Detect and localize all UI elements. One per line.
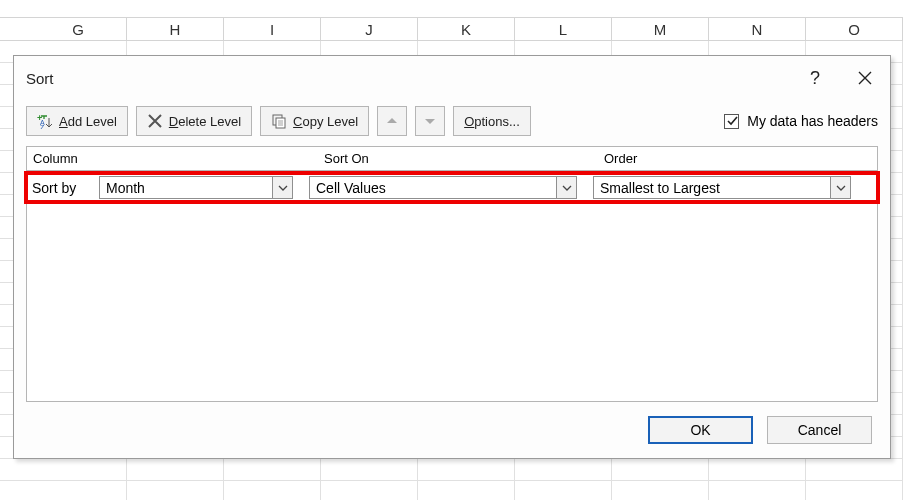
header-order: Order — [598, 151, 877, 166]
chevron-up-icon — [387, 116, 397, 126]
sort-on-dropdown[interactable]: Cell Values — [309, 176, 577, 199]
delete-level-icon — [147, 113, 163, 129]
move-down-button[interactable] — [415, 106, 445, 136]
sort-order-dropdown[interactable]: Smallest to Largest — [593, 176, 851, 199]
help-button[interactable]: ? — [790, 56, 840, 100]
options-button[interactable]: Options... — [453, 106, 531, 136]
sort-on-value: Cell Values — [310, 180, 556, 196]
add-level-icon: + A Z — [37, 113, 53, 129]
dropdown-button[interactable] — [830, 177, 850, 198]
column-headers-row: G H I J K L M N O — [0, 17, 903, 41]
chevron-down-icon — [562, 183, 572, 193]
col-head[interactable]: J — [321, 17, 418, 41]
dialog-title: Sort — [26, 70, 790, 87]
col-head[interactable]: H — [127, 17, 224, 41]
headers-checkbox-label: My data has headers — [747, 113, 878, 129]
col-head[interactable]: L — [515, 17, 612, 41]
copy-level-label: Copy Level — [293, 114, 358, 129]
delete-level-label: Delete Level — [169, 114, 241, 129]
close-icon — [858, 71, 872, 85]
header-column: Column — [27, 151, 318, 166]
options-label: Options... — [464, 114, 520, 129]
sort-dialog: Sort ? + A Z Add Level Delete Level — [13, 55, 891, 459]
ok-button[interactable]: OK — [648, 416, 753, 444]
sort-levels-panel: Column Sort On Order Sort by Month Cell … — [26, 146, 878, 402]
copy-level-button[interactable]: Copy Level — [260, 106, 369, 136]
col-head[interactable]: K — [418, 17, 515, 41]
move-up-button[interactable] — [377, 106, 407, 136]
sort-order-value: Smallest to Largest — [594, 180, 830, 196]
checkmark-icon — [726, 115, 738, 127]
sort-by-label: Sort by — [28, 180, 99, 196]
sort-column-dropdown[interactable]: Month — [99, 176, 293, 199]
dialog-titlebar: Sort ? — [14, 56, 890, 100]
col-head[interactable]: O — [806, 17, 903, 41]
delete-level-button[interactable]: Delete Level — [136, 106, 252, 136]
chevron-down-icon — [278, 183, 288, 193]
cancel-button[interactable]: Cancel — [767, 416, 872, 444]
help-icon: ? — [810, 68, 820, 89]
checkbox-box — [724, 114, 739, 129]
my-data-has-headers-checkbox[interactable]: My data has headers — [724, 113, 878, 129]
col-head[interactable]: I — [224, 17, 321, 41]
sort-column-value: Month — [100, 180, 272, 196]
col-head[interactable]: M — [612, 17, 709, 41]
dropdown-button[interactable] — [556, 177, 576, 198]
dropdown-button[interactable] — [272, 177, 292, 198]
col-head[interactable]: G — [30, 17, 127, 41]
chevron-down-icon — [425, 116, 435, 126]
svg-text:Z: Z — [40, 124, 45, 129]
add-level-label: Add Level — [59, 114, 117, 129]
add-level-button[interactable]: + A Z Add Level — [26, 106, 128, 136]
dialog-toolbar: + A Z Add Level Delete Level Copy Level — [14, 100, 890, 146]
sort-levels-header-row: Column Sort On Order — [27, 147, 877, 171]
close-button[interactable] — [840, 56, 890, 100]
chevron-down-icon — [836, 183, 846, 193]
sort-level-row: Sort by Month Cell Values Smallest to La… — [24, 171, 880, 204]
col-head[interactable]: N — [709, 17, 806, 41]
header-sorton: Sort On — [318, 151, 598, 166]
copy-level-icon — [271, 113, 287, 129]
dialog-footer: OK Cancel — [14, 402, 890, 458]
